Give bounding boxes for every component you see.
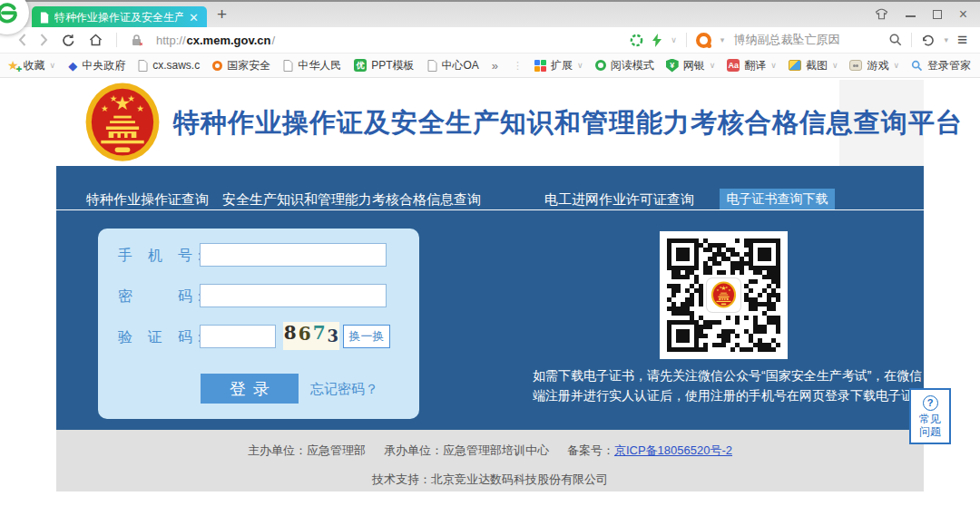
skin-icon[interactable]: [875, 8, 888, 20]
phone-label: 手机号: [118, 247, 192, 266]
toolbar-translate[interactable]: Aa翻译∨: [727, 58, 777, 73]
blocks-icon: [534, 60, 546, 72]
footer-organizer: 承办单位：应急管理部培训中心: [384, 443, 549, 459]
icp-link[interactable]: 京ICP备18056520号-2: [614, 443, 732, 457]
faq-button[interactable]: ? 常见 问题: [909, 388, 951, 444]
toolbar-games[interactable]: 游戏∨: [849, 58, 899, 73]
captcha-input[interactable]: [200, 325, 276, 348]
window-close-button[interactable]: ×: [959, 9, 967, 20]
orange-ring-icon: [212, 61, 222, 71]
bookmark-item[interactable]: ◆中央政府: [68, 58, 125, 73]
tab-close-icon[interactable]: ✕: [189, 11, 199, 24]
svg-text:✕: ✕: [139, 41, 142, 46]
captcha-image[interactable]: 8 6 7 3: [283, 322, 339, 350]
bookmark-item[interactable]: 中心OA: [427, 58, 479, 73]
nav-tab-safety-knowledge[interactable]: 安全生产知识和管理能力考核合格信息查询: [222, 191, 481, 209]
url-text[interactable]: http://cx.mem.gov.cn/: [156, 34, 275, 47]
footer-host: 主办单位：应急管理部: [248, 443, 366, 459]
shield-icon: ¥: [666, 59, 679, 73]
star-icon: ★✚: [7, 58, 19, 73]
bookmark-item[interactable]: 优PPT模板: [354, 58, 414, 73]
screenshot-icon: [789, 60, 801, 71]
forgot-password-link[interactable]: 忘记密码？: [310, 381, 378, 398]
new-tab-button[interactable]: +: [217, 5, 227, 24]
toolbar-bank[interactable]: ¥网银∨: [666, 58, 716, 73]
page-icon: [427, 60, 437, 72]
minimize-button[interactable]: [906, 11, 916, 17]
back-icon[interactable]: [18, 34, 26, 46]
page-header: 特种作业操作证及安全生产知识和管理能力考核合格信息查询平台: [56, 80, 924, 166]
chevron-down-icon[interactable]: ∨: [671, 35, 677, 44]
main-panel: 特种作业操作证查询 安全生产知识和管理能力考核合格信息查询 电工进网作业许可证查…: [56, 166, 924, 430]
forward-icon[interactable]: [40, 34, 48, 46]
footer-icp: 备案号：京ICP备18056520号-2: [567, 443, 732, 459]
password-input[interactable]: [200, 284, 387, 307]
green-ring-icon: [595, 60, 606, 71]
bookmark-item[interactable]: 国家安全: [212, 58, 270, 73]
bookmark-item[interactable]: 中华人民: [283, 58, 341, 73]
menu-icon[interactable]: ≡: [957, 30, 967, 50]
page-icon: [138, 60, 148, 72]
national-emblem: [84, 82, 161, 165]
nav-tab-ecert-download[interactable]: 电子证书查询下载: [720, 189, 835, 210]
toolbar-screenshot[interactable]: 截图∨: [789, 58, 838, 73]
page-icon: [40, 12, 49, 24]
restore-icon[interactable]: [921, 34, 935, 46]
browser-tab[interactable]: 特种作业操作证及安全生产知识 ✕: [32, 6, 207, 29]
divider-dots: ⋮: [513, 60, 523, 72]
bookmark-favorites[interactable]: ★✚ 收藏∨: [7, 58, 55, 73]
nav-tab-electrician[interactable]: 电工进网作业许可证查询: [544, 191, 694, 209]
tab-strip: 特种作业操作证及安全生产知识 ✕ + ×: [0, 0, 980, 27]
bookmarks-bar: ★✚ 收藏∨ ◆中央政府 cx.saws.c 国家安全 中华人民 优PPT模板 …: [0, 54, 980, 78]
page-footer: 主办单位：应急管理部 承办单位：应急管理部培训中心 备案号：京ICP备18056…: [56, 430, 924, 491]
search-engine-logo[interactable]: [696, 33, 711, 48]
restore-caret-icon[interactable]: ▾: [944, 35, 948, 44]
qr-center-emblem: [707, 278, 740, 312]
search-engine-caret-icon[interactable]: ▾: [720, 35, 725, 44]
captcha-refresh-button[interactable]: 换一换: [343, 325, 390, 348]
search-icon[interactable]: [889, 34, 902, 46]
page-icon: [283, 60, 293, 72]
footer-support: 技术支持：北京竞业达数码科技股份有限公司: [56, 472, 924, 488]
search-box[interactable]: 博纳副总裁坠亡原因: [733, 32, 880, 48]
toolbar-login-keeper[interactable]: 登录管家: [911, 58, 971, 73]
lightning-icon[interactable]: [652, 34, 662, 47]
speed-mode-icon[interactable]: [630, 34, 643, 47]
maximize-button[interactable]: [933, 10, 942, 19]
nav-tab-special-operation[interactable]: 特种作业操作证查询: [86, 191, 209, 209]
browser-window: ★ ★ ★ ★ ★ 特种作业操作证及安: [0, 0, 980, 506]
diamond-icon: ◆: [68, 59, 77, 73]
green-square-icon: 优: [354, 59, 367, 72]
reload-icon[interactable]: [62, 34, 75, 47]
login-card: 手机号： 密码： 验证码： 8 6 7 3 换一换 登录 忘记密码？: [98, 229, 419, 419]
toolbar-reader-mode[interactable]: 阅读模式: [595, 58, 654, 73]
translate-icon: Aa: [727, 59, 740, 72]
address-bar: ✕ http://cx.mem.gov.cn/ ∨ ▾ 博纳副总裁坠亡原因 ▾ …: [0, 27, 980, 54]
insecure-lock-icon: ✕: [131, 34, 142, 46]
qr-instructions: 如需下载电子证书，请先关注微信公众号“国家安全生产考试”，在微信 端注册并进行实…: [533, 365, 941, 405]
home-icon[interactable]: [89, 34, 103, 46]
bookmarks-overflow-icon[interactable]: »: [492, 59, 498, 73]
login-button[interactable]: 登录: [201, 374, 299, 404]
toolbar-extensions[interactable]: 扩展∨: [534, 58, 583, 73]
nav-underline: [56, 209, 924, 210]
tab-title: 特种作业操作证及安全生产知识: [54, 10, 183, 25]
password-label: 密码: [118, 287, 192, 307]
captcha-label: 验证码: [118, 328, 192, 347]
phone-input[interactable]: [200, 243, 387, 267]
login-keeper-icon: [911, 60, 923, 72]
page-title: 特种作业操作证及安全生产知识和管理能力考核合格信息查询平台: [173, 105, 963, 141]
question-icon: ?: [923, 395, 938, 411]
game-icon: [849, 60, 862, 71]
bookmark-item[interactable]: cx.saws.c: [138, 59, 200, 72]
qr-code: [660, 231, 788, 359]
